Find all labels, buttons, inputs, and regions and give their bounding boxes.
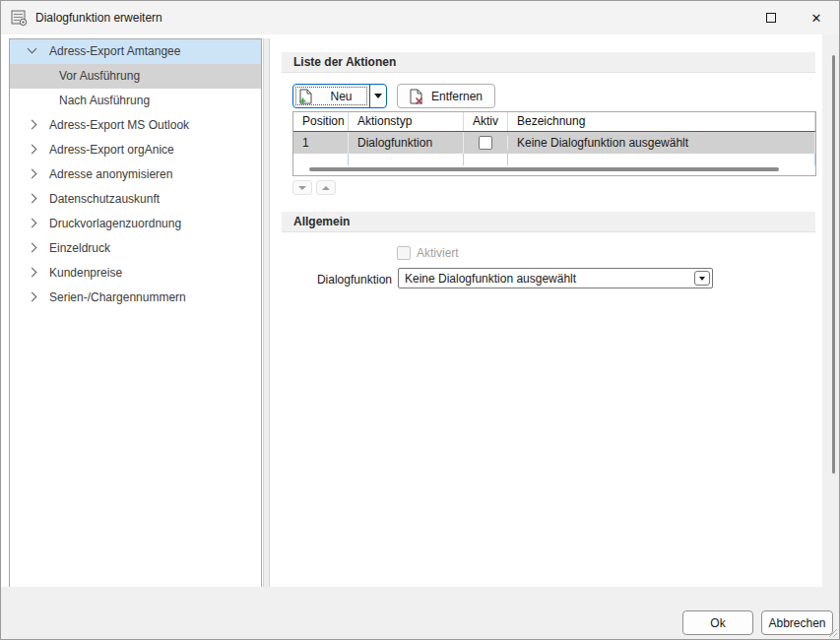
chevron-right-icon[interactable] [28,243,37,253]
activated-label: Aktiviert [417,246,459,260]
vertical-scrollbar-thumb[interactable] [832,55,835,474]
tree-item-label: Serien-/Chargennummern [49,286,186,310]
tree-item-adress-export-organice[interactable]: Adress-Export orgAnice [10,138,261,162]
activated-checkbox[interactable] [397,246,411,260]
ok-button[interactable]: Ok [682,610,753,635]
tree-item-adresse-anonymisieren[interactable]: Adresse anonymisieren [10,162,261,187]
cancel-button[interactable]: Abbrechen [761,610,833,635]
chevron-right-icon[interactable] [28,292,37,302]
new-button[interactable]: Neu [292,84,387,108]
tree-item-kundenpreise[interactable]: Kundenpreise [10,261,261,286]
column-header-aktiv[interactable]: Aktiv [464,112,508,131]
tree-item-label: Adresse anonymisieren [49,162,172,187]
function-tree: Adress-Export Amtangee Vor Ausführung Na… [9,38,262,589]
column-header-bezeichnung[interactable]: Bezeichnung [508,112,815,131]
table-horizontal-scrollbar[interactable] [309,167,779,171]
chevron-right-icon[interactable] [28,194,37,204]
chevron-right-icon[interactable] [28,268,37,278]
move-up-button[interactable] [316,180,336,195]
chevron-right-icon[interactable] [28,120,37,130]
tree-item-label: Nach Ausführung [59,89,150,113]
titlebar: Dialogfunktion erweitern ✕ [1,1,839,34]
cell-position: 1 [293,132,349,154]
dropdown-caret-icon [699,277,705,281]
activated-row: Aktiviert [397,246,459,260]
vertical-scrollbar-track[interactable] [822,34,839,589]
actions-section-header: Liste der Aktionen [282,52,815,73]
move-down-button[interactable] [292,180,312,195]
tree-item-label: Adress-Export Amtangee [49,39,180,64]
tree-item-serien-chargennummern[interactable]: Serien-/Chargennummern [10,286,261,310]
combobox-dropdown-button[interactable] [694,271,710,286]
tree-item-label: Kundenpreise [49,261,122,286]
close-icon: ✕ [811,12,822,25]
tree-item-label: Datenschutzauskunft [49,187,160,212]
table-empty-row [293,154,815,165]
tree-item-label: Einzeldruck [49,236,110,261]
tree-item-nach-ausfuehrung[interactable]: Nach Ausführung [10,89,261,113]
arrow-down-icon [298,186,306,190]
window-icon [11,10,28,27]
tree-item-einzeldruck[interactable]: Einzeldruck [10,236,261,261]
cell-aktionstyp: Dialogfunktion [349,132,464,154]
general-section-header: Allgemein [282,212,815,232]
tree-item-druckvorlagenzuordnung[interactable]: Druckvorlagenzuordnung [10,212,261,236]
tree-item-label: Adress-Export orgAnice [49,138,174,162]
new-button-main[interactable]: Neu [293,85,369,107]
new-button-label: Neu [313,90,369,103]
aktiv-checkbox[interactable] [479,136,492,150]
dialogfunktion-label: Dialogfunktion [287,273,392,287]
actions-table: Position Aktionstyp Aktiv Bezeichnung 1 … [292,111,816,176]
cell-aktiv [464,136,508,150]
tree-item-vor-ausfuehrung[interactable]: Vor Ausführung [10,64,261,89]
chevron-right-icon[interactable] [28,219,37,228]
tree-item-label: Druckvorlagenzuordnung [49,212,181,236]
tree-item-adress-export-amtangee[interactable]: Adress-Export Amtangee [10,39,261,64]
arrow-up-icon [322,186,330,190]
tree-item-label: Vor Ausführung [59,64,140,89]
remove-button[interactable]: Entfernen [397,84,495,108]
remove-document-icon [410,89,424,104]
new-document-icon [298,89,313,104]
maximize-button[interactable] [748,1,794,34]
remove-button-label: Entfernen [431,90,483,103]
dialog-window: Dialogfunktion erweitern ✕ Adress-Export… [0,0,840,640]
chevron-right-icon[interactable] [28,145,37,155]
resize-grip[interactable] [827,627,837,637]
table-row[interactable]: 1 Dialogfunktion Keine Dialogfunktion au… [293,132,815,154]
tree-item-datenschutzauskunft[interactable]: Datenschutzauskunft [10,187,261,212]
maximize-icon [766,13,776,23]
close-button[interactable]: ✕ [794,1,839,34]
dialogfunktion-combobox[interactable]: Keine Dialogfunktion ausgewählt [398,268,713,288]
panel-splitter[interactable] [263,38,270,589]
actions-table-header: Position Aktionstyp Aktiv Bezeichnung [293,112,815,132]
column-header-position[interactable]: Position [293,112,349,131]
tree-item-adress-export-ms-outlook[interactable]: Adress-Export MS Outlook [10,113,261,138]
window-title: Dialogfunktion erweitern [35,11,162,25]
column-header-aktionstyp[interactable]: Aktionstyp [349,112,464,131]
chevron-down-icon[interactable] [28,44,37,54]
dropdown-caret-icon [374,94,382,98]
tree-item-label: Adress-Export MS Outlook [49,113,189,138]
new-button-dropdown[interactable] [369,85,386,107]
combobox-value: Keine Dialogfunktion ausgewählt [399,272,694,286]
chevron-right-icon[interactable] [28,169,37,179]
cell-bezeichnung: Keine Dialogfunktion ausgewählt [508,132,815,154]
